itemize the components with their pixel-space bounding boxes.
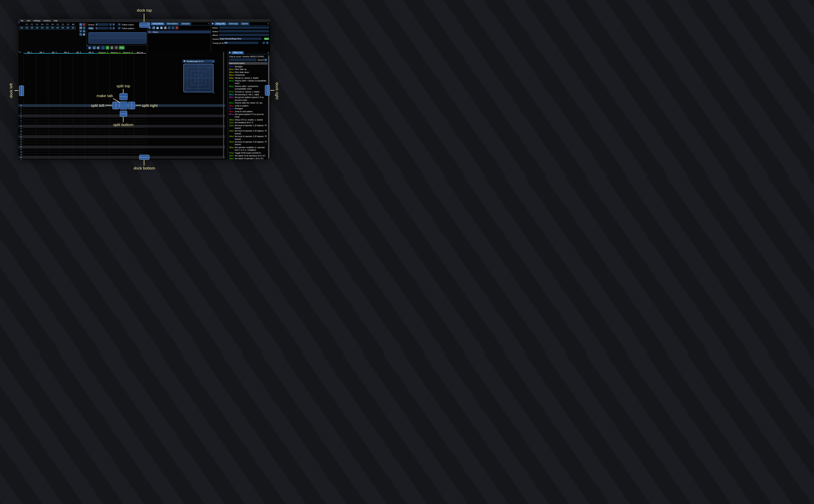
pattern-row[interactable]: 16 <box>18 146 225 148</box>
pattern-cell[interactable] <box>48 109 60 112</box>
pattern-cell[interactable] <box>48 148 60 151</box>
pattern-cell[interactable] <box>24 117 36 120</box>
effect-row[interactable]: 04xyVibrato (x: speed; y: depth) <box>228 77 268 79</box>
pattern-cell[interactable] <box>36 159 48 160</box>
pattern-cell[interactable] <box>24 112 36 115</box>
pattern-row[interactable]: 5 <box>18 117 225 120</box>
pattern-cell[interactable] <box>122 138 134 141</box>
step-input[interactable]: 1 <box>95 27 109 29</box>
pattern-cell[interactable] <box>134 109 146 112</box>
pattern-cell[interactable] <box>60 109 73 112</box>
pattern-cell[interactable] <box>73 159 85 160</box>
octave-plus-button[interactable]: + <box>112 23 115 26</box>
pattern-cell[interactable] <box>109 151 122 153</box>
oscilloscope-window[interactable]: Oscilloscope (X-Y) × <box>182 60 215 94</box>
effect-list-collapse-icon[interactable] <box>228 51 231 54</box>
pattern-cell[interactable] <box>73 148 85 151</box>
dock-bottom-target[interactable] <box>139 155 149 160</box>
pattern-cell[interactable] <box>85 133 97 135</box>
pattern-cell[interactable] <box>60 130 73 133</box>
pattern-cell[interactable] <box>36 112 48 115</box>
follow-pattern-checkbox[interactable]: ✓ <box>118 27 121 29</box>
pattern-cell[interactable] <box>97 120 109 122</box>
order-cell[interactable]: 00 <box>40 27 45 29</box>
pattern-cell[interactable] <box>73 138 85 141</box>
pattern-cell[interactable] <box>122 143 134 146</box>
pattern-cell[interactable] <box>97 148 109 151</box>
effect-row[interactable]: 12xxSet level of operator 1 (0 highest, … <box>228 124 268 130</box>
order-change-mode-icon[interactable] <box>83 33 85 36</box>
pattern-cell[interactable] <box>73 104 85 107</box>
pattern-cell[interactable] <box>24 146 36 148</box>
pattern-cell[interactable] <box>60 151 73 153</box>
resize-grip[interactable] <box>212 91 214 94</box>
pattern-cell[interactable] <box>60 135 73 138</box>
pattern-cell[interactable] <box>60 153 73 156</box>
pattern-cell[interactable] <box>24 151 36 153</box>
pattern-cell[interactable] <box>24 138 36 141</box>
metronome-icon[interactable] <box>110 46 114 50</box>
pattern-cell[interactable] <box>134 122 146 125</box>
order-cell[interactable]: 00 <box>45 27 50 29</box>
record-icon[interactable]: ● <box>106 46 109 50</box>
pattern-cell[interactable] <box>24 107 36 109</box>
pattern-cell[interactable] <box>109 120 122 122</box>
octave-input[interactable]: 3 <box>95 23 109 26</box>
pattern-cell[interactable] <box>134 143 146 146</box>
pattern-cell[interactable] <box>48 143 60 146</box>
effect-row[interactable]: 03xxPortamento <box>228 74 268 76</box>
pattern-cell[interactable] <box>24 120 36 122</box>
play-from-cursor-icon[interactable]: ▶▏ <box>97 46 100 50</box>
oscilloscope-close-icon[interactable]: × <box>212 60 213 62</box>
pattern-cell[interactable] <box>97 127 109 130</box>
pattern-cell[interactable] <box>85 151 97 153</box>
effect-row[interactable]: 07xyTremolo (x: speed; y: depth) <box>228 90 268 93</box>
pattern-cell[interactable] <box>109 148 122 151</box>
pattern-cell[interactable] <box>60 148 73 151</box>
pattern-cell[interactable] <box>60 146 73 148</box>
pattern-cell[interactable] <box>109 117 122 120</box>
play-icon[interactable]: ▶ <box>88 46 92 50</box>
pattern-cell[interactable] <box>85 112 97 115</box>
pattern-cell[interactable] <box>122 148 134 151</box>
effect-row[interactable]: 13xxSet level of operator 2 (0 highest, … <box>228 130 268 135</box>
step-plus-button[interactable]: + <box>112 27 115 29</box>
song-info-close-icon[interactable]: × <box>267 23 269 25</box>
effect-row[interactable]: 19xxSet attack of all operators (0 to 1F… <box>228 154 268 157</box>
pattern-cell[interactable] <box>48 112 60 115</box>
pattern-cell[interactable] <box>36 120 48 122</box>
system-auto-button[interactable]: Auto <box>264 38 269 40</box>
pattern-cell[interactable] <box>36 127 48 130</box>
pattern-cell[interactable] <box>134 141 146 143</box>
pattern-cell[interactable] <box>73 153 85 156</box>
pattern-cell[interactable] <box>73 117 85 120</box>
duplicate-to-end-icon[interactable]: ⇊ <box>83 30 85 33</box>
menu-item-settings[interactable]: settings <box>33 20 40 22</box>
pattern-cell[interactable] <box>109 159 122 160</box>
pattern-cell[interactable] <box>97 135 109 138</box>
pattern-row[interactable]: 11 <box>18 133 225 135</box>
step-button[interactable]: Step <box>88 27 94 30</box>
pattern-cell[interactable] <box>85 130 97 133</box>
effect-list-close-icon[interactable]: × <box>267 52 269 54</box>
pattern-cell[interactable] <box>60 133 73 135</box>
pattern-row[interactable]: 17 <box>18 148 225 151</box>
pattern-cell[interactable] <box>60 141 73 143</box>
pattern-cell[interactable] <box>134 148 146 151</box>
pattern-cell[interactable] <box>97 117 109 120</box>
pattern-cell[interactable] <box>24 135 36 138</box>
effect-row[interactable]: 17xxToggle PCM mode (LEGACY) <box>228 152 268 154</box>
order-cell[interactable]: 00 <box>29 27 35 29</box>
pattern-cell[interactable] <box>85 125 97 127</box>
pattern-cell[interactable] <box>36 133 48 135</box>
pattern-cell[interactable] <box>85 156 97 159</box>
step-row-icon[interactable]: ↓ <box>101 46 105 50</box>
effect-row[interactable]: 09xxSet groove pattern (speed 1 if no gr… <box>228 96 268 102</box>
tab-effect-list[interactable]: Effect List <box>231 51 244 54</box>
pattern-cell[interactable] <box>97 159 109 160</box>
pattern-cell[interactable] <box>48 141 60 143</box>
pattern-cell[interactable] <box>36 104 48 107</box>
pattern-cell[interactable] <box>85 153 97 156</box>
pattern-cell[interactable] <box>24 156 36 159</box>
pattern-cell[interactable] <box>24 153 36 156</box>
